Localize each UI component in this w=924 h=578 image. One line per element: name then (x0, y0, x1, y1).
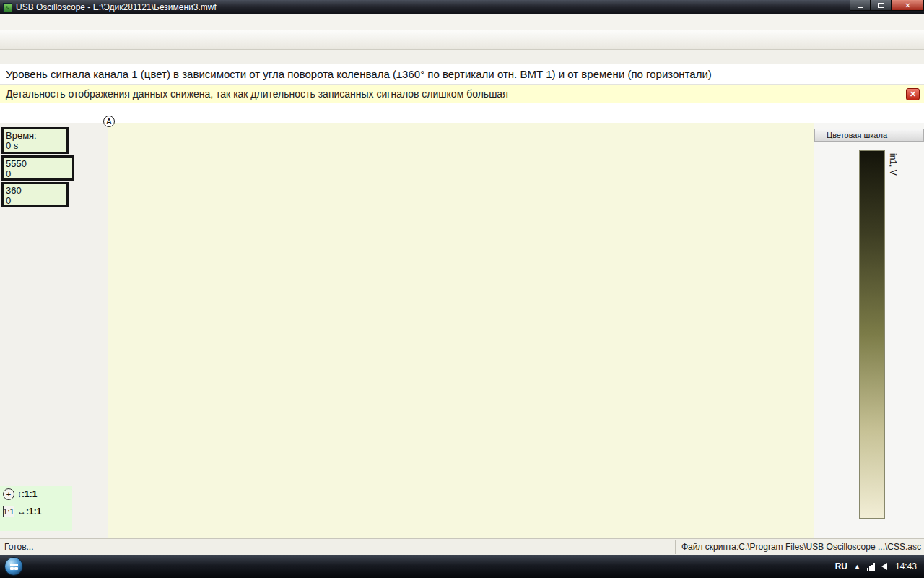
angle-range-min: 0 (6, 196, 64, 206)
angle-range-max: 360 (6, 186, 64, 196)
system-tray: RU ▲ 14:43 (835, 561, 924, 571)
status-message: Готов... (0, 542, 34, 552)
info-row: Уровень сигнала канала 1 (цвет) в зависи… (0, 64, 924, 85)
angle-range-box: 360 0 (1, 182, 69, 207)
maximize-button[interactable] (871, 0, 892, 11)
rpm-range-min: 0 (6, 169, 70, 179)
axis-gutter: Время: 0 s 5550 0 360 0 + ↕:1:1 1:1 ↔:1:… (0, 123, 108, 538)
network-icon[interactable] (867, 563, 875, 571)
script-file-path: Файл скрипта:C:\Program Files\USB Oscill… (675, 540, 924, 554)
usb-oscilloscope-window: ≈ USB Oscilloscope - E:\Эдик281121\Безим… (0, 0, 924, 578)
titlebar[interactable]: ≈ USB Oscilloscope - E:\Эдик281121\Безим… (0, 0, 924, 14)
zoom-reset-button[interactable]: 1:1 (3, 506, 14, 517)
app-icon: ≈ (3, 3, 12, 12)
tab-strip (0, 50, 924, 64)
time-label: Время: (6, 131, 64, 141)
status-bar: Готов... Файл скрипта:C:\Program Files\U… (0, 538, 924, 555)
color-scale-title: Цветовая шкала (814, 129, 924, 142)
rpm-range-max: 5550 (6, 159, 70, 169)
zoom-vertical-row: + ↕:1:1 (3, 488, 37, 500)
windows-taskbar: RU ▲ 14:43 (0, 555, 924, 578)
minimize-button[interactable] (850, 0, 871, 11)
phase-chart[interactable] (108, 123, 814, 538)
color-scale-panel: ▶ Цветовая шкала in1, V (814, 123, 924, 538)
info-text: Уровень сигнала канала 1 (цвет) в зависи… (6, 68, 712, 80)
time-readout-box: Время: 0 s (1, 127, 69, 154)
close-button[interactable]: ✕ (892, 0, 924, 11)
tray-expand-icon[interactable]: ▲ (854, 563, 860, 570)
time-value: 0 s (6, 141, 64, 151)
zoom-vertical-button[interactable]: + (3, 488, 14, 500)
main-area: Время: 0 s 5550 0 360 0 + ↕:1:1 1:1 ↔:1:… (0, 123, 924, 538)
zoom-vertical-label: ↕:1:1 (17, 489, 37, 499)
window-title: USB Oscilloscope - E:\Эдик281121\Безимен… (16, 2, 217, 12)
layer-toggles (0, 103, 924, 123)
rpm-range-box: 5550 0 (1, 155, 74, 181)
chart-canvas (108, 123, 814, 538)
color-scale-gradient (859, 150, 885, 519)
volume-icon[interactable] (881, 563, 887, 570)
window-controls: ✕ (850, 0, 924, 14)
language-indicator[interactable]: RU (835, 561, 847, 571)
start-button[interactable] (4, 557, 23, 576)
warning-bar: Детальность отображения данных снижена, … (0, 85, 924, 103)
clock[interactable]: 14:43 (894, 561, 917, 571)
marker-a-icon[interactable]: A (103, 116, 115, 127)
zoom-horizontal-label: ↔:1:1 (17, 506, 41, 517)
warning-text: Детальность отображения данных снижена, … (6, 88, 508, 100)
warning-close-icon[interactable]: ✕ (906, 88, 920, 100)
zoom-horizontal-row: 1:1 ↔:1:1 (3, 506, 41, 517)
color-scale-unit: in1, V (888, 153, 898, 176)
menubar (0, 14, 924, 30)
windows-logo-icon (10, 564, 18, 570)
toolbar (0, 30, 924, 50)
